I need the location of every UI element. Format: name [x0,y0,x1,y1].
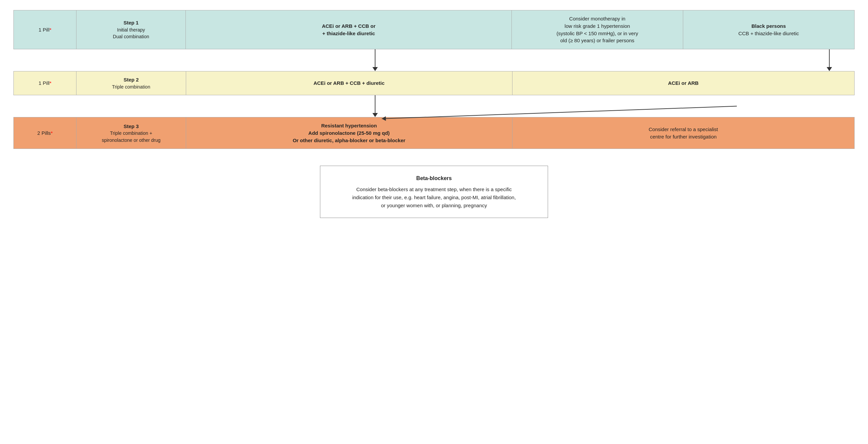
step3-pill: 2 Pills* [14,117,76,149]
beta-title: Beta-blockers [332,174,536,183]
step1-pill-label: 1 Pill* [38,26,51,34]
step3-pill-label: 2 Pills* [37,129,53,137]
step2-side-cell: ACEi or ARB [513,71,854,95]
step3-step-cell: Step 3 Triple combination + spironolacto… [76,117,186,149]
step1-black-persons: Black persons CCB + thiazide-like diuret… [683,10,854,49]
step3-row: 2 Pills* Step 3 Triple combination + spi… [13,117,855,149]
step3-side-cell: Consider referral to a specialist centre… [513,117,854,149]
step1-row: 1 Pill* Step 1 Initial therapy Dual comb… [13,10,855,49]
step3-main-cell: Resistant hypertension Add spironolacton… [186,117,513,149]
step1-pill: 1 Pill* [14,10,76,49]
step2-pill-label: 1 Pill* [38,80,51,87]
beta-text: Consider beta-blockers at any treatment … [332,185,536,210]
beta-blockers-box: Beta-blockers Consider beta-blockers at … [320,166,548,218]
step2-step-cell: Step 2 Triple combination [76,71,186,95]
step1-step-cell: Step 1 Initial therapy Dual combination [76,10,186,49]
step2-row: 1 Pill* Step 2 Triple combination ACEi o… [13,71,855,95]
step1-side-consider: Consider monotherapy in low risk grade 1… [512,10,683,49]
step2-main-cell: ACEi or ARB + CCB + diuretic [186,71,513,95]
step1-main-cell: ACEi or ARB + CCB or + thiazide-like diu… [186,10,512,49]
step2-pill: 1 Pill* [14,71,76,95]
